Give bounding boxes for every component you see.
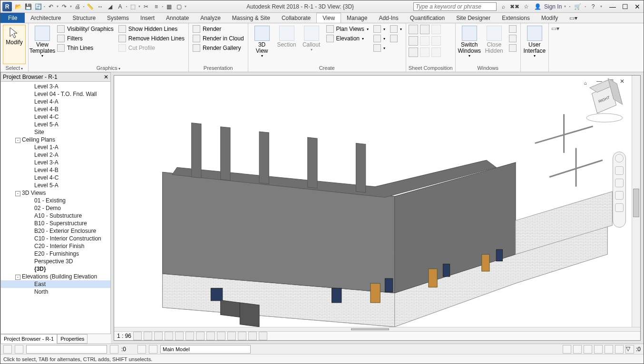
render-button[interactable]: Render bbox=[191, 25, 245, 33]
sheet-ico-8[interactable] bbox=[420, 48, 429, 57]
vc-analytical-icon[interactable] bbox=[238, 332, 246, 340]
tab-view[interactable]: View bbox=[316, 13, 341, 23]
sched-button[interactable]: ▾ bbox=[389, 25, 403, 33]
tree-item[interactable]: Level 04 - T.O. Fnd. Wall bbox=[1, 90, 110, 98]
vc-constraints-icon[interactable] bbox=[248, 332, 257, 340]
tab-manage[interactable]: Manage bbox=[341, 13, 373, 23]
tree-item[interactable]: Level 5-A bbox=[1, 182, 110, 189]
ribbon-minimize-icon[interactable]: ▭▾ bbox=[549, 23, 562, 72]
tree-item[interactable]: {3D} bbox=[1, 265, 110, 273]
exchange-icon[interactable]: 🛒 bbox=[573, 2, 582, 11]
switchwindows-button[interactable]: Switch Windows▾ bbox=[458, 25, 481, 64]
drawing-area[interactable]: — ▣ ✕ bbox=[114, 75, 641, 341]
vc-reveal-icon[interactable] bbox=[227, 332, 236, 340]
sheet-ico-2[interactable] bbox=[420, 25, 429, 34]
tree-item[interactable]: B10 - Superstructure bbox=[1, 220, 110, 227]
default3d-icon[interactable]: ⬚ bbox=[128, 2, 137, 11]
drafting-button[interactable]: ▾ bbox=[372, 25, 387, 33]
planviews-button[interactable]: Plan Views ▾ bbox=[325, 25, 370, 33]
open-icon[interactable]: 📂 bbox=[13, 2, 23, 11]
rendergallery-button[interactable]: Render Gallery bbox=[191, 44, 245, 52]
vertical-scrollbar[interactable] bbox=[632, 76, 640, 327]
tree-item[interactable]: E20 - Furnishings bbox=[1, 250, 110, 258]
tree-item[interactable]: -3D Views bbox=[1, 189, 110, 197]
tab-structure[interactable]: Structure bbox=[67, 13, 101, 23]
rendercloud-button[interactable]: Render in Cloud bbox=[191, 34, 245, 43]
dup-button[interactable]: ▾ bbox=[372, 34, 387, 43]
legend-button[interactable]: ▾ bbox=[372, 44, 387, 52]
vc-render-icon[interactable] bbox=[175, 332, 184, 340]
sheet-ico-4[interactable] bbox=[409, 36, 418, 46]
print-icon[interactable]: 🖨 bbox=[73, 2, 82, 11]
sb-background-icon[interactable] bbox=[615, 345, 624, 354]
sb-editreq-icon[interactable] bbox=[110, 345, 118, 354]
steering-wheel-icon[interactable] bbox=[615, 154, 624, 163]
project-browser-tree[interactable]: Level 3-ALevel 04 - T.O. Fnd. WallLevel … bbox=[0, 82, 111, 334]
sb-link2-icon[interactable] bbox=[584, 345, 592, 354]
sb-worksets-icon[interactable] bbox=[3, 345, 12, 354]
sync-icon[interactable]: 🔄 bbox=[33, 2, 43, 11]
pan-icon[interactable] bbox=[615, 166, 624, 175]
sheet-ico-7[interactable] bbox=[409, 48, 418, 57]
fav-icon[interactable]: ☆ bbox=[521, 2, 531, 11]
dimension-icon[interactable]: ↔ bbox=[96, 2, 105, 11]
orbit-icon[interactable] bbox=[615, 191, 624, 200]
thinlines-button[interactable]: Thin Lines bbox=[56, 44, 115, 52]
sb-drag-icon[interactable] bbox=[605, 345, 613, 354]
cascade-button[interactable] bbox=[507, 34, 518, 43]
thinlines-icon[interactable]: ≡ bbox=[151, 2, 161, 11]
tab-collaborate[interactable]: Collaborate bbox=[276, 13, 316, 23]
filters-button[interactable]: Filters bbox=[56, 34, 115, 43]
tree-item[interactable]: Level 4-C bbox=[1, 174, 110, 182]
tree-item[interactable]: East bbox=[1, 280, 110, 288]
help-icon[interactable]: ? bbox=[588, 2, 598, 11]
vc-more-icon[interactable] bbox=[259, 332, 267, 340]
tree-item[interactable]: Level 4-C bbox=[1, 113, 110, 121]
vc-shadow-icon[interactable] bbox=[165, 332, 173, 340]
pane-tab-browser[interactable]: Project Browser - R-1 bbox=[0, 334, 57, 344]
search-input[interactable] bbox=[413, 2, 497, 11]
redo-icon[interactable]: ↷ bbox=[59, 2, 69, 11]
sb-designopts-icon[interactable] bbox=[15, 345, 23, 354]
tree-item[interactable]: Level 4-B bbox=[1, 105, 110, 113]
text-icon[interactable]: A bbox=[116, 2, 125, 11]
minimize-button[interactable]: — bbox=[608, 2, 617, 11]
tab-addins[interactable]: Add-Ins bbox=[373, 13, 404, 23]
tree-item[interactable]: -Ceiling Plans bbox=[1, 136, 110, 144]
tab-analyze[interactable]: Analyze bbox=[195, 13, 226, 23]
tab-modify[interactable]: Modify bbox=[536, 13, 564, 23]
tab-systems[interactable]: Systems bbox=[101, 13, 135, 23]
tree-item[interactable]: 02 - Demo bbox=[1, 204, 110, 212]
view-templates-button[interactable]: View Templates▾ bbox=[31, 25, 54, 64]
sb-workset-select[interactable] bbox=[26, 345, 107, 354]
pane-close-icon[interactable]: ✕ bbox=[104, 74, 108, 80]
sb-select-icon[interactable] bbox=[563, 345, 571, 354]
section-button[interactable]: Section bbox=[275, 25, 298, 64]
scope-button[interactable] bbox=[389, 34, 403, 43]
vc-cropvis-icon[interactable] bbox=[196, 332, 205, 340]
horizontal-scrollbar[interactable] bbox=[114, 327, 640, 331]
tab-insert[interactable]: Insert bbox=[135, 13, 160, 23]
vc-sun-icon[interactable] bbox=[154, 332, 163, 340]
navigation-bar[interactable] bbox=[613, 152, 626, 228]
3dview-button[interactable]: 3D View▾ bbox=[251, 25, 273, 64]
tree-item[interactable]: A10 - Substructure bbox=[1, 212, 110, 220]
tree-item[interactable]: Site bbox=[1, 128, 110, 136]
userinterface-button[interactable]: User Interface▾ bbox=[523, 25, 546, 64]
tree-item[interactable]: Level 1-A bbox=[1, 144, 110, 151]
tree-item[interactable]: Level 3-A bbox=[1, 159, 110, 166]
tree-item[interactable]: C20 - Interior Finish bbox=[1, 242, 110, 250]
viewcube-face[interactable]: RIGHT bbox=[592, 85, 616, 114]
scale-label[interactable]: 1 : 96 bbox=[117, 333, 131, 339]
vc-unlock-icon[interactable] bbox=[206, 332, 215, 340]
closehidden-button[interactable]: Close Hidden bbox=[483, 25, 506, 64]
3d-model-view[interactable] bbox=[114, 76, 632, 327]
measure-icon[interactable]: 📏 bbox=[86, 2, 95, 11]
tree-item[interactable]: North bbox=[1, 288, 110, 296]
tab-contextual-icon[interactable]: ▭▾ bbox=[564, 13, 583, 23]
tab-annotate[interactable]: Annotate bbox=[160, 13, 195, 23]
cutprofile-button[interactable]: Cut Profile bbox=[117, 44, 186, 52]
tree-item[interactable]: Level 4-B bbox=[1, 166, 110, 174]
tree-item[interactable]: Level 5-A bbox=[1, 121, 110, 128]
app-logo[interactable]: R bbox=[2, 2, 12, 11]
